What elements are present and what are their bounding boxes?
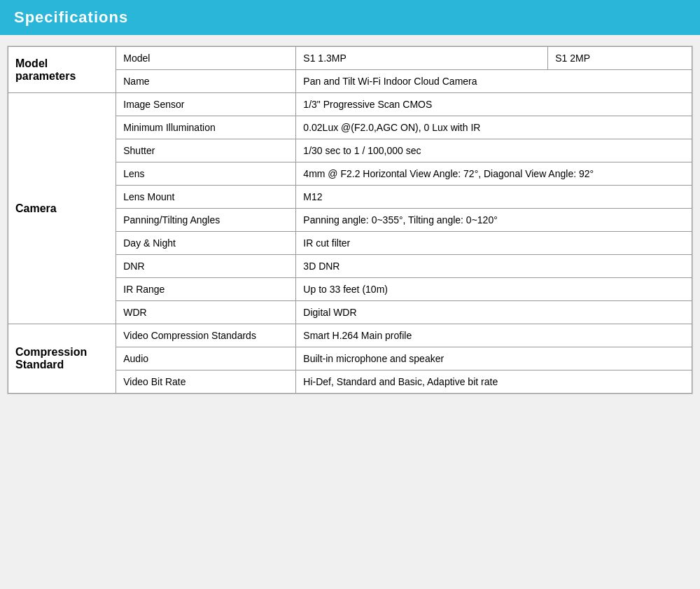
param-cell: Lens [116,162,296,186]
param-cell: Image Sensor [116,93,296,116]
param-cell: Video Compression Standards [116,324,296,347]
category-cell: Compression Standard [8,324,116,394]
value-alt-cell: S1 2MP [548,47,692,70]
param-cell: Panning/Tilting Angles [116,209,296,232]
value-cell: Digital WDR [296,301,692,324]
param-cell: Lens Mount [116,186,296,209]
value-cell: 3D DNR [296,255,692,278]
header-title: Specifications [14,8,128,27]
value-cell: 1/30 sec to 1 / 100,000 sec [296,139,692,162]
header-bar: Specifications [0,0,700,35]
table-row: Compression StandardVideo Compression St… [8,324,692,347]
specs-table: Model parametersModelS1 1.3MPS1 2MPNameP… [8,46,692,394]
category-cell: Camera [8,93,116,324]
value-cell: IR cut filter [296,232,692,255]
content-area: Model parametersModelS1 1.3MPS1 2MPNameP… [7,46,693,394]
param-cell: Audio [116,347,296,370]
value-cell: Up to 33 feet (10m) [296,278,692,301]
param-cell: Day & Night [116,232,296,255]
param-cell: Name [116,70,296,93]
param-cell: Minimum Illumination [116,116,296,139]
value-cell: Hi-Def, Standard and Basic, Adaptive bit… [296,370,692,394]
table-row: Model parametersModelS1 1.3MPS1 2MP [8,47,692,70]
value-cell: 0.02Lux @(F2.0,AGC ON), 0 Lux with IR [296,116,692,139]
param-cell: Model [116,47,296,70]
value-cell: Panning angle: 0~355°, Tilting angle: 0~… [296,209,692,232]
param-cell: Video Bit Rate [116,370,296,394]
value-cell: S1 1.3MP [296,47,548,70]
value-cell: Pan and Tilt Wi-Fi Indoor Cloud Camera [296,70,692,93]
param-cell: Shutter [116,139,296,162]
value-cell: Smart H.264 Main profile [296,324,692,347]
table-row: CameraImage Sensor1/3" Progressive Scan … [8,93,692,116]
param-cell: DNR [116,255,296,278]
value-cell: M12 [296,186,692,209]
value-cell: 4mm @ F2.2 Horizontal View Angle: 72°, D… [296,162,692,186]
param-cell: WDR [116,301,296,324]
value-cell: Built-in microphone and speaker [296,347,692,370]
param-cell: IR Range [116,278,296,301]
category-cell: Model parameters [8,47,116,93]
value-cell: 1/3" Progressive Scan CMOS [296,93,692,116]
